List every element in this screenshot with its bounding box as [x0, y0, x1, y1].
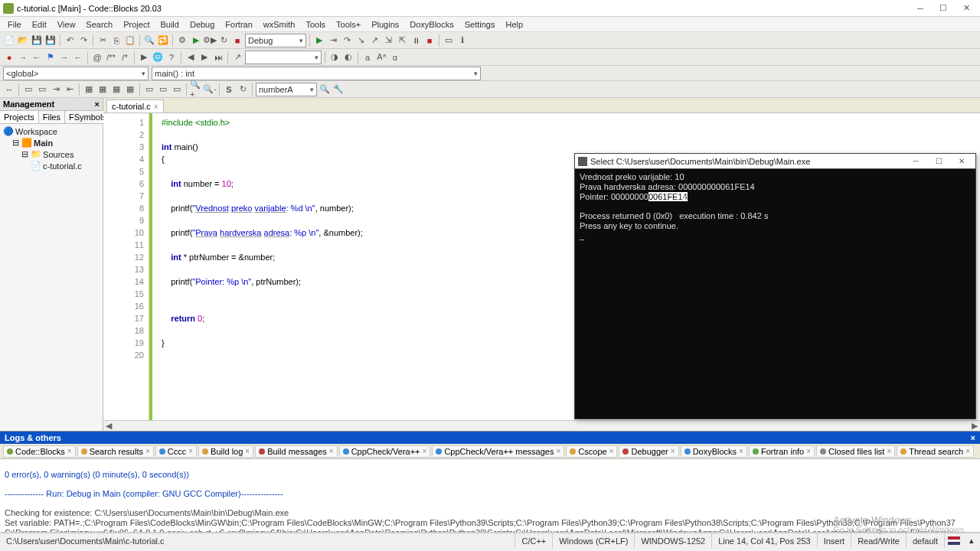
- debug-windows-icon[interactable]: ▭: [443, 34, 455, 47]
- toggle-source-icon[interactable]: ↔: [3, 83, 15, 96]
- text-alpha-icon[interactable]: α: [389, 51, 401, 64]
- sym-opts-icon[interactable]: 🔧: [332, 83, 345, 96]
- select-icon[interactable]: ▭: [22, 83, 34, 96]
- bp-toggle-icon[interactable]: ●: [3, 51, 15, 64]
- stop-debug-icon[interactable]: ■: [423, 34, 436, 47]
- jump-icon[interactable]: ↗: [231, 51, 243, 64]
- log-tab-doxyblocks[interactable]: DoxyBlocks ×: [681, 445, 747, 458]
- run-to-cursor-icon[interactable]: ⇥: [327, 34, 339, 47]
- menu-search[interactable]: Search: [81, 18, 117, 31]
- doxy-html-icon[interactable]: 🌐: [152, 51, 164, 64]
- doxy-chm-icon[interactable]: ?: [165, 51, 178, 64]
- console-titlebar[interactable]: Select C:\Users\user\Documents\Main\bin\…: [575, 154, 975, 169]
- editor-hscroll[interactable]: ◀▶: [103, 420, 980, 431]
- log-tab-thread-search[interactable]: Thread search ×: [897, 445, 974, 458]
- doxy-line-icon[interactable]: /*: [119, 51, 131, 64]
- console-close-button[interactable]: ✕: [951, 156, 972, 167]
- build-run-icon[interactable]: ⚙▶: [204, 34, 216, 47]
- run-icon[interactable]: ▶: [190, 34, 202, 47]
- undo-icon[interactable]: ↶: [64, 34, 76, 47]
- zoom-out-icon[interactable]: 🔍-: [204, 83, 216, 96]
- console-output[interactable]: Vrednost preko varijable: 10 Prava hardv…: [575, 169, 975, 244]
- refresh-icon[interactable]: ↻: [237, 83, 249, 96]
- break-block-icon[interactable]: ▭: [143, 83, 155, 96]
- into-instr-icon[interactable]: ⇱: [396, 34, 408, 47]
- log-tab-fortran-info[interactable]: Fortran info ×: [749, 445, 815, 458]
- paste-icon[interactable]: 📋: [124, 34, 136, 47]
- rebuild-icon[interactable]: ↻: [217, 34, 230, 47]
- sym-search-icon[interactable]: 🔍: [318, 83, 331, 96]
- indent-icon[interactable]: ⇥: [50, 83, 62, 96]
- save-all-icon[interactable]: 💾: [44, 34, 57, 47]
- status-expand-icon[interactable]: ▴: [963, 533, 980, 548]
- highlight-icon[interactable]: ◑: [328, 51, 341, 64]
- ret-block-icon[interactable]: ▭: [171, 83, 183, 96]
- replace-icon[interactable]: 🔁: [157, 34, 169, 47]
- tree-file[interactable]: 📄 c-tutorial.c: [3, 160, 100, 171]
- break-icon[interactable]: ⏸: [410, 34, 422, 47]
- bp-prev-icon[interactable]: ←: [31, 51, 43, 64]
- build-icon[interactable]: ⚙: [176, 34, 188, 47]
- management-close-icon[interactable]: ×: [95, 99, 100, 109]
- log-tab-search-results[interactable]: Search results ×: [77, 445, 154, 458]
- log-tab-cppcheck-vera-messages[interactable]: CppCheck/Vera++ messages ×: [432, 445, 564, 458]
- menu-doxyblocks[interactable]: DoxyBlocks: [405, 18, 458, 31]
- symbol-combo[interactable]: numberA: [256, 83, 317, 96]
- cont-block-icon[interactable]: ▭: [157, 83, 169, 96]
- menu-edit[interactable]: Edit: [28, 18, 51, 31]
- doxy-run-icon[interactable]: ▶: [138, 51, 150, 64]
- debug-start-icon[interactable]: ▶: [313, 34, 325, 47]
- bp-next-icon[interactable]: →: [17, 51, 29, 64]
- mgmt-tab-files[interactable]: Files: [39, 111, 65, 123]
- bookmark-icon[interactable]: ⚑: [44, 51, 57, 64]
- abort-icon[interactable]: ■: [231, 34, 243, 47]
- log-tab-code-blocks[interactable]: Code::Blocks ×: [3, 445, 76, 458]
- log-tab-cppcheck-vera-[interactable]: CppCheck/Vera++ ×: [339, 445, 431, 458]
- menu-view[interactable]: View: [53, 18, 80, 31]
- menu-plugins[interactable]: Plugins: [367, 18, 403, 31]
- step-out-icon[interactable]: ↗: [368, 34, 381, 47]
- copy-icon[interactable]: ⎘: [110, 34, 122, 47]
- cut-icon[interactable]: ✂: [96, 34, 109, 47]
- block-icon[interactable]: ▦: [83, 83, 95, 96]
- step-over-icon[interactable]: ↷: [341, 34, 353, 47]
- text-a-icon[interactable]: a: [361, 51, 374, 64]
- build-target-combo[interactable]: Debug: [245, 34, 306, 47]
- code-area[interactable]: #include <stdio.h>int main(){ int number…: [154, 113, 366, 420]
- block3-icon[interactable]: ▦: [110, 83, 122, 96]
- unindent-icon[interactable]: ⇤: [64, 83, 76, 96]
- jump-combo[interactable]: [245, 51, 322, 64]
- text-a-up-icon[interactable]: Aᵃ: [375, 51, 387, 64]
- menu-debug[interactable]: Debug: [185, 18, 219, 31]
- editor-tab[interactable]: c-tutorial.c×: [106, 99, 164, 112]
- save-icon[interactable]: 💾: [31, 34, 43, 47]
- maximize-button[interactable]: ☐: [933, 2, 954, 15]
- block4-icon[interactable]: ▦: [124, 83, 136, 96]
- menu-wxsmith[interactable]: wxSmith: [259, 18, 300, 31]
- info-icon[interactable]: ℹ: [456, 34, 469, 47]
- tree-project[interactable]: ⊟ 🟧 Main: [3, 137, 100, 148]
- zoom-in-icon[interactable]: 🔍+: [190, 83, 202, 96]
- log-tab-cscope[interactable]: Cscope ×: [566, 445, 617, 458]
- nav-back-icon[interactable]: ◀: [185, 51, 197, 64]
- lang-flag-icon[interactable]: [948, 536, 960, 545]
- nav-last-icon[interactable]: ⏭: [212, 51, 224, 64]
- menu-settings[interactable]: Settings: [460, 18, 500, 31]
- menu-build[interactable]: Build: [155, 18, 183, 31]
- console-maximize-button[interactable]: ☐: [928, 156, 949, 167]
- log-tab-build-messages[interactable]: Build messages ×: [255, 445, 338, 458]
- log-tab-debugger[interactable]: Debugger ×: [619, 445, 678, 458]
- selection-icon[interactable]: ◐: [342, 51, 354, 64]
- nav-fwd-icon[interactable]: ▶: [198, 51, 211, 64]
- log-tab-closed-files-list[interactable]: Closed files list ×: [816, 445, 895, 458]
- doxy-icon[interactable]: @: [91, 51, 103, 64]
- menu-project[interactable]: Project: [119, 18, 154, 31]
- menu-file[interactable]: File: [3, 18, 26, 31]
- bookmark-next-icon[interactable]: →: [58, 51, 70, 64]
- log-output[interactable]: 0 error(s), 0 warning(s) (0 minute(s), 0…: [0, 459, 980, 533]
- block2-icon[interactable]: ▦: [96, 83, 109, 96]
- console-minimize-button[interactable]: ─: [905, 156, 926, 167]
- mgmt-tab-projects[interactable]: Projects: [0, 111, 39, 123]
- find-icon[interactable]: 🔍: [143, 34, 155, 47]
- menu-fortran[interactable]: Fortran: [220, 18, 256, 31]
